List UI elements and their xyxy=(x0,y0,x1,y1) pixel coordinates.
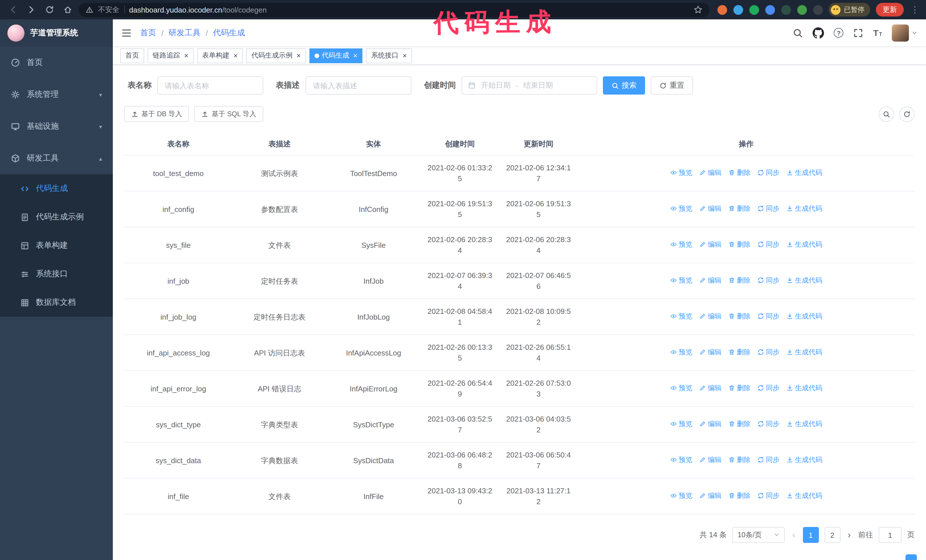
sidebar-item[interactable]: 系统管理▾ xyxy=(0,78,113,110)
action-delete[interactable]: 删除 xyxy=(728,311,750,322)
breadcrumb-item[interactable]: 研发工具 xyxy=(169,28,201,38)
bookmark-star-icon[interactable] xyxy=(693,5,703,14)
action-edit[interactable]: 编辑 xyxy=(699,454,722,465)
sidebar-subitem[interactable]: 表单构建 xyxy=(0,231,113,260)
tab[interactable]: 链路追踪× xyxy=(148,48,194,63)
tab-close-icon[interactable]: × xyxy=(184,52,188,59)
address-bar[interactable]: 不安全 dashboard.yudao.iocoder.cn/tool/code… xyxy=(79,3,710,17)
import-db-button[interactable]: 基于 DB 导入 xyxy=(124,106,189,122)
action-edit[interactable]: 编辑 xyxy=(699,491,722,501)
action-delete[interactable]: 删除 xyxy=(728,383,750,394)
sidebar-item[interactable]: 首页 xyxy=(0,47,113,78)
user-menu[interactable] xyxy=(892,24,917,41)
action-edit[interactable]: 编辑 xyxy=(699,239,722,250)
app-logo[interactable]: 芋道管理系统 xyxy=(0,20,113,47)
action-generate-code[interactable]: 生成代码 xyxy=(787,275,822,286)
table-desc-input[interactable] xyxy=(306,76,412,95)
orange-extension[interactable] xyxy=(717,5,727,15)
action-preview[interactable]: 预览 xyxy=(670,239,692,250)
action-generate-code[interactable]: 生成代码 xyxy=(787,311,822,322)
home-button[interactable] xyxy=(61,2,75,17)
tab-close-icon[interactable]: × xyxy=(233,52,238,59)
action-edit[interactable]: 编辑 xyxy=(699,168,722,178)
tab[interactable]: 表单构建× xyxy=(197,48,243,63)
action-generate-code[interactable]: 生成代码 xyxy=(787,239,822,250)
action-sync[interactable]: 同步 xyxy=(757,311,779,322)
refresh-table-button[interactable] xyxy=(899,106,915,122)
page-number[interactable]: 1 xyxy=(803,527,819,543)
action-sync[interactable]: 同步 xyxy=(757,491,779,501)
action-preview[interactable]: 预览 xyxy=(670,311,692,322)
action-sync[interactable]: 同步 xyxy=(757,383,779,394)
goto-page-input[interactable] xyxy=(879,527,902,543)
action-delete[interactable]: 删除 xyxy=(728,168,750,178)
tab[interactable]: 首页 xyxy=(120,48,144,63)
action-generate-code[interactable]: 生成代码 xyxy=(787,419,822,430)
green-leaf-extension[interactable] xyxy=(797,5,807,15)
hamburger-icon[interactable] xyxy=(121,28,132,38)
action-generate-code[interactable]: 生成代码 xyxy=(787,491,822,501)
sidebar-subitem[interactable]: 代码生成示例 xyxy=(0,203,113,231)
action-edit[interactable]: 编辑 xyxy=(699,311,722,322)
github-icon[interactable] xyxy=(813,27,824,38)
date-range-picker[interactable]: 开始日期 - 结束日期 xyxy=(461,76,597,95)
action-delete[interactable]: 删除 xyxy=(728,454,750,465)
reset-button[interactable]: 重置 xyxy=(651,76,693,95)
back-button[interactable] xyxy=(6,2,21,17)
toggle-search-button[interactable] xyxy=(879,106,894,122)
prev-page-button[interactable]: ‹ xyxy=(791,530,797,539)
action-generate-code[interactable]: 生成代码 xyxy=(787,168,822,178)
action-delete[interactable]: 删除 xyxy=(728,347,750,358)
action-delete[interactable]: 删除 xyxy=(728,275,750,286)
action-preview[interactable]: 预览 xyxy=(670,491,692,501)
action-edit[interactable]: 编辑 xyxy=(699,419,722,430)
browser-menu-icon[interactable]: ⋮ xyxy=(909,5,920,15)
sidebar-subitem[interactable]: 数据库文档 xyxy=(0,288,113,317)
page-number[interactable]: 2 xyxy=(824,527,840,543)
action-sync[interactable]: 同步 xyxy=(757,203,779,214)
dark-pin-extension[interactable] xyxy=(813,5,823,15)
action-sync[interactable]: 同步 xyxy=(757,454,779,465)
table-name-input[interactable] xyxy=(157,76,263,95)
action-preview[interactable]: 预览 xyxy=(670,275,692,286)
action-sync[interactable]: 同步 xyxy=(757,275,779,286)
action-delete[interactable]: 删除 xyxy=(728,419,750,430)
action-delete[interactable]: 删除 xyxy=(728,491,750,501)
action-edit[interactable]: 编辑 xyxy=(699,383,722,394)
action-sync[interactable]: 同步 xyxy=(757,239,779,250)
action-edit[interactable]: 编辑 xyxy=(699,203,722,214)
next-page-button[interactable]: › xyxy=(846,530,852,539)
sidebar-item[interactable]: 基础设施▾ xyxy=(0,110,113,142)
action-sync[interactable]: 同步 xyxy=(757,419,779,430)
tab-close-icon[interactable]: × xyxy=(353,52,357,59)
reload-button[interactable] xyxy=(42,2,57,17)
tab-close-icon[interactable]: × xyxy=(296,52,301,59)
search-icon[interactable] xyxy=(793,28,803,38)
tab[interactable]: 代码生成示例× xyxy=(246,48,306,63)
back-to-top-button[interactable] xyxy=(905,554,917,560)
help-icon[interactable] xyxy=(834,28,844,38)
import-sql-button[interactable]: 基于 SQL 导入 xyxy=(195,106,263,122)
dark-teal-extension[interactable] xyxy=(781,5,791,15)
font-size-icon[interactable] xyxy=(873,29,882,37)
sidebar-item[interactable]: 研发工具▴ xyxy=(0,142,113,174)
tab[interactable]: 代码生成× xyxy=(309,48,363,63)
profile-badge[interactable]: 已暂停 xyxy=(829,3,870,17)
tab-close-icon[interactable]: × xyxy=(402,52,407,59)
action-sync[interactable]: 同步 xyxy=(757,168,779,178)
forward-button[interactable] xyxy=(24,2,39,17)
action-preview[interactable]: 预览 xyxy=(670,454,692,465)
action-preview[interactable]: 预览 xyxy=(670,168,692,178)
action-sync[interactable]: 同步 xyxy=(757,347,779,358)
action-edit[interactable]: 编辑 xyxy=(699,347,722,358)
tab[interactable]: 系统接口× xyxy=(366,48,412,63)
action-preview[interactable]: 预览 xyxy=(670,203,692,214)
action-edit[interactable]: 编辑 xyxy=(699,275,722,286)
search-button[interactable]: 搜索 xyxy=(603,76,645,95)
action-delete[interactable]: 删除 xyxy=(728,203,750,214)
sidebar-subitem[interactable]: 系统接口 xyxy=(0,260,113,288)
action-generate-code[interactable]: 生成代码 xyxy=(787,203,822,214)
fullscreen-icon[interactable] xyxy=(853,28,864,38)
blue-people-extension[interactable] xyxy=(765,5,775,15)
action-preview[interactable]: 预览 xyxy=(670,419,692,430)
